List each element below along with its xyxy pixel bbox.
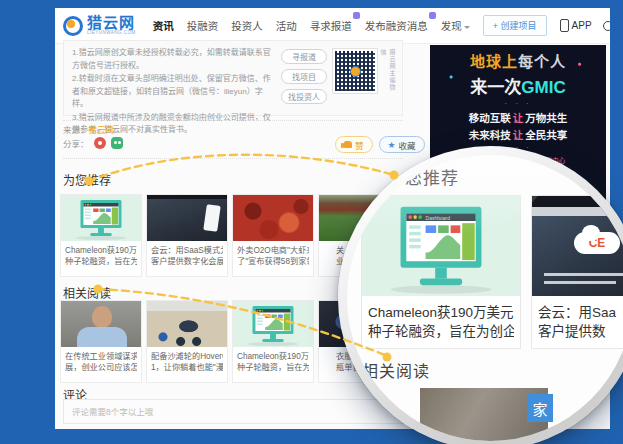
magnified-card-huiyun: CE 会云 会云：用Saa客户提供数 (531, 195, 623, 349)
article-card-crayfish[interactable]: 外卖O2O电商"大虾来了"宣布获得58到家领投3 (232, 194, 314, 277)
nav-label: 发现 (441, 20, 462, 32)
banner-line1: 每个人 (518, 53, 566, 70)
new-badge (353, 12, 360, 19)
share-row: 分享： (63, 137, 123, 149)
banner-line3-accent: 让 (513, 112, 524, 124)
article-card-hovercar[interactable]: 配备沙滩轮的HoverCar1，让你躺着也能"漫步"沙 (146, 300, 228, 383)
nav-item-discover[interactable]: 发现 (441, 18, 470, 33)
related-section-title: 相关阅读 (63, 284, 111, 301)
banner-line4b: 全民共享 (525, 129, 567, 141)
star-icon: ★ (388, 141, 396, 149)
dashboard-illustration: Dashboard (362, 196, 520, 296)
nav-label: 寻求报道 (310, 20, 352, 32)
disclaimer-text: 1.猎云网原创文章未经授权转载必究，如需转载请联系官方微信号进行授权。 2.转载… (72, 47, 275, 109)
article-card-chameleon-2[interactable]: Chameleon获190万美元种子轮融资，旨在为创企 (232, 300, 314, 383)
app-label: APP (572, 20, 592, 31)
magnified-card-chameleon: Dashboard Chameleon获190万美元种子轮融资，旨在为创企 (361, 195, 521, 349)
banner-line2: 来一次 (470, 78, 521, 97)
nav-label: 发布融资消息 (365, 20, 428, 32)
banner-line4-accent: 让 (513, 129, 524, 141)
banner-line3: 移动互联 (469, 112, 511, 124)
new-badge (429, 12, 436, 19)
like-label: 赞 (355, 139, 364, 151)
search-icon[interactable] (603, 21, 610, 31)
magnified-title: Chameleon获190万美元种子轮融资，旨在为创企 (362, 296, 520, 348)
favorite-button[interactable]: ★收藏 (379, 136, 425, 153)
article-title: Chameleon获190万美元种子轮融资，旨在为创企 (233, 347, 313, 382)
find-project-button[interactable]: 找项目 (281, 69, 327, 84)
article-thumbnail (233, 301, 313, 347)
nav-item-publish-funding[interactable]: 发布融资消息 (365, 18, 428, 33)
app-download-link[interactable]: APP (560, 19, 592, 32)
nav-item-investors[interactable]: 投资人 (231, 18, 263, 33)
divider (63, 158, 403, 159)
recommend-section-title: 为您推荐 (63, 171, 111, 188)
toolbar-strip (532, 207, 623, 216)
magnified-title: 会云：用Saa客户提供数 (532, 296, 623, 348)
wechat-qr-code (333, 49, 377, 93)
article-card-chameleon[interactable]: Chameleon获190万美元种子轮融资，旨在为创企 (60, 194, 142, 277)
caption-line (544, 273, 623, 276)
logo-text: 猎云网 (87, 15, 136, 30)
magnified-blue-badge: 家 (527, 394, 553, 422)
favorite-label: 收藏 (399, 139, 416, 151)
source-link[interactable]: 猎云网 (89, 125, 115, 135)
share-label: 分享： (63, 137, 89, 149)
article-thumbnail (233, 195, 313, 241)
disclaimer-line: 1.猎云网原创文章未经授权转载必究，如需转载请联系官方微信号进行授权。 (72, 47, 275, 72)
weibo-share-icon[interactable] (94, 137, 106, 149)
magnified-related-title: 相关阅读 (362, 358, 430, 382)
chevron-down-icon (464, 26, 470, 32)
article-thumbnail (147, 301, 227, 347)
find-investor-button[interactable]: 找投资人 (281, 89, 327, 104)
article-title: 配备沙滩轮的HoverCar1，让你躺着也能"漫步"沙 (147, 347, 227, 382)
phone-icon (560, 19, 569, 32)
huiyun-cloud-logo: CE (574, 232, 620, 254)
article-disclaimer-box: 1.猎云网原创文章未经授权转载必究，如需转载请联系官方微信号进行授权。 2.转载… (63, 40, 403, 116)
article-title: Chameleon获190万美元种子轮融资，旨在为创企 (61, 241, 141, 276)
magnified-thumbnail: CE 会云 (532, 196, 623, 296)
lieyun-logo-icon (63, 16, 83, 36)
nav-item-events[interactable]: 活动 (276, 18, 297, 33)
caption-line (544, 281, 616, 284)
wechat-share-icon[interactable] (111, 137, 123, 149)
divider (63, 120, 403, 121)
qr-caption: 猎云网主编微信 (379, 49, 397, 93)
like-button[interactable]: 赞 (335, 136, 373, 153)
nav-item-investment[interactable]: 投融资 (187, 18, 219, 33)
site-logo[interactable]: 猎云网 LIEYUNWANG.COM (63, 15, 136, 36)
banner-dots: · · · (430, 100, 606, 108)
magnified-thumbnail: Dashboard (362, 196, 520, 296)
article-title: 会云：用SaaS模式为大客户提供数字化会展互动 (147, 241, 227, 276)
nav-item-seek-report[interactable]: 寻求报道 (310, 18, 352, 33)
article-card-industry[interactable]: 在传统工业领域谋求发展，创业公司应该怎么 (60, 300, 142, 383)
article-card-huiyun[interactable]: 会云：用SaaS模式为大客户提供数字化会展互动 (146, 194, 228, 277)
magnifier-content: 为您推荐 Dashboard Chameleon获19 (347, 155, 623, 441)
banner-line4: 未来科技 (469, 129, 511, 141)
source-row: 来源：猎云网 (63, 123, 114, 135)
seek-report-button[interactable]: 寻报道 (281, 49, 327, 64)
nav-item-news[interactable]: 资讯 (153, 18, 174, 33)
article-thumbnail (147, 195, 227, 241)
article-thumbnail (61, 195, 141, 241)
thumbs-up-icon (344, 141, 352, 148)
article-thumbnail (61, 301, 141, 347)
create-project-button[interactable]: + 创建项目 (483, 15, 547, 36)
logo-subtext: LIEYUNWANG.COM (87, 31, 136, 36)
banner-line1-highlight: 地球上 (470, 53, 518, 70)
banner-line3b: 万物共生 (525, 112, 567, 124)
svg-text:Dashboard: Dashboard (426, 215, 450, 221)
top-navbar: 猎云网 LIEYUNWANG.COM 资讯 投融资 投资人 活动 寻求报道 发布… (55, 8, 610, 44)
article-title: 外卖O2O电商"大虾来了"宣布获得58到家领投3 (233, 241, 313, 276)
banner-line2-gmic: GMIC (521, 78, 565, 97)
article-title: 在传统工业领域谋求发展，创业公司应该怎么 (61, 347, 141, 382)
dashboard-illustration (61, 195, 141, 241)
source-label: 来源： (63, 125, 89, 135)
disclaimer-line: 2.转载时须在文章头部明确注明出处、保留官方微信、作者和原文超链接，如转自猎云网… (72, 73, 275, 111)
magnifier-glass: 为您推荐 Dashboard Chameleon获19 (338, 146, 623, 444)
dashboard-illustration (233, 301, 313, 347)
